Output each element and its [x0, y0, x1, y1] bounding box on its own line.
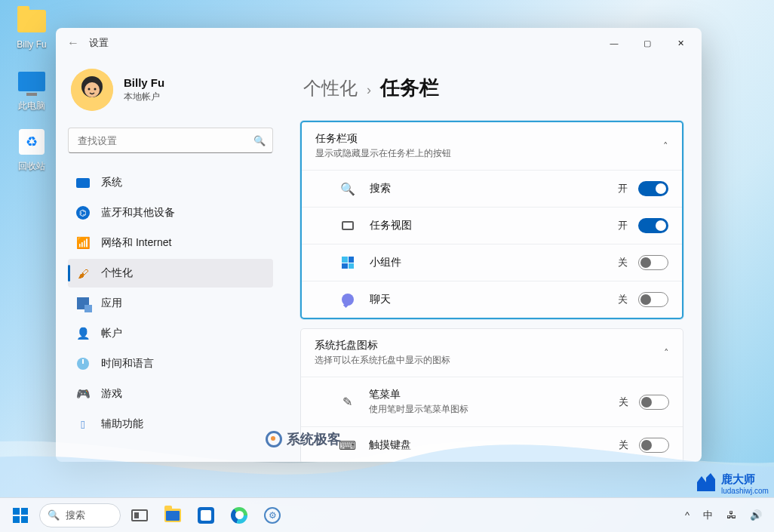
watermark-brand-url: ludashiwj.com [721, 487, 769, 495]
desktop-icon-label: 回收站 [9, 160, 54, 173]
main-content: 个性化 › 任务栏 任务栏项 显示或隐藏显示在任务栏上的按钮 ˄ 🔍 搜索 开 [282, 58, 702, 462]
toggle-search[interactable] [638, 181, 668, 196]
nav-label: 蓝牙和其他设备 [101, 206, 175, 220]
bluetooth-icon: ⌬ [75, 205, 91, 220]
setting-label: 聊天 [370, 293, 391, 306]
nav-label: 个性化 [101, 266, 133, 280]
minimize-button[interactable]: — [597, 31, 631, 55]
system-icon [75, 175, 91, 190]
svg-point-4 [94, 88, 97, 91]
titlebar: ← 设置 — ▢ ✕ [56, 28, 702, 58]
taskbar-store[interactable] [192, 503, 220, 528]
section-title: 任务栏项 [315, 132, 451, 146]
taskbar-search-label: 搜索 [66, 509, 85, 522]
profile-subtitle: 本地帐户 [124, 91, 164, 103]
section-title: 系统托盘图标 [315, 339, 450, 352]
watermark-text: 系统极客 [287, 430, 341, 448]
nav-label: 网络和 Internet [101, 236, 171, 250]
svg-point-3 [88, 88, 91, 91]
toggle-touch-keyboard[interactable] [639, 438, 669, 453]
nav-personalization[interactable]: 🖌个性化 [68, 259, 273, 288]
toggle-state-label: 关 [619, 395, 628, 409]
nav-network[interactable]: 📶网络和 Internet [68, 229, 273, 257]
windows-icon [13, 508, 28, 523]
avatar [71, 69, 113, 111]
start-button[interactable] [6, 503, 35, 528]
nav-gaming[interactable]: 🎮游戏 [68, 380, 273, 408]
settings-window: ← 设置 — ▢ ✕ Billy Fu 本地帐户 🔍 系 [56, 28, 702, 462]
taskbar-task-view[interactable] [125, 503, 154, 528]
watermark-icon [266, 431, 282, 447]
toggle-pen-menu[interactable] [639, 395, 669, 410]
setting-touch-keyboard: ⌨ 触摸键盘 关 [301, 426, 683, 462]
taskbar-explorer[interactable] [158, 503, 187, 528]
maximize-button[interactable]: ▢ [631, 31, 664, 55]
breadcrumb-parent[interactable]: 个性化 [303, 76, 358, 100]
chat-icon [339, 294, 356, 306]
nav-apps[interactable]: 应用 [68, 289, 273, 318]
system-tray: ^ 中 🖧 🔊 [682, 506, 774, 525]
folder-icon [164, 509, 181, 522]
store-icon [198, 507, 214, 524]
setting-task-view: 任务视图 开 [302, 207, 682, 244]
desktop-icon-user-folder[interactable]: Billy Fu [9, 6, 54, 50]
setting-label: 任务视图 [370, 219, 412, 232]
toggle-widgets[interactable] [638, 255, 668, 270]
profile[interactable]: Billy Fu 本地帐户 [71, 69, 273, 111]
toggle-state-label: 关 [618, 293, 628, 306]
setting-widgets: 小组件 关 [302, 244, 682, 281]
tray-ime[interactable]: 中 [700, 506, 716, 525]
task-view-icon [339, 221, 356, 230]
tray-overflow[interactable]: ^ [682, 506, 693, 524]
back-button[interactable]: ← [60, 30, 86, 56]
nav-time-language[interactable]: 时间和语言 [68, 349, 273, 378]
widgets-icon [339, 257, 356, 269]
chevron-right-icon: › [367, 82, 371, 98]
tray-volume-icon[interactable]: 🔊 [747, 506, 765, 524]
chevron-up-icon: ˄ [663, 140, 668, 152]
toggle-state-label: 关 [618, 256, 628, 269]
desktop-icon-recycle-bin[interactable]: ♻ 回收站 [9, 127, 54, 173]
nav-system[interactable]: 系统 [68, 168, 273, 197]
nav-label: 游戏 [101, 387, 122, 401]
search-input[interactable] [68, 128, 273, 153]
toggle-task-view[interactable] [638, 218, 668, 233]
section-header[interactable]: 系统托盘图标 选择可以在系统托盘中显示的图标 ˄ [301, 329, 683, 377]
pen-icon: ✎ [339, 395, 355, 409]
wifi-icon: 📶 [75, 235, 91, 251]
section-tray-icons: 系统托盘图标 选择可以在系统托盘中显示的图标 ˄ ✎ 笔菜单 使用笔时显示笔菜单… [300, 328, 683, 462]
toggle-state-label: 开 [618, 182, 628, 195]
clock-icon [75, 356, 91, 371]
close-button[interactable]: ✕ [664, 31, 697, 55]
nav-list: 系统 ⌬蓝牙和其他设备 📶网络和 Internet 🖌个性化 应用 👤帐户 时间… [68, 168, 273, 438]
toggle-chat[interactable] [638, 292, 668, 307]
watermark-brand: 鹿大师 ludashiwj.com [691, 469, 774, 499]
page-title: 任务栏 [380, 75, 439, 101]
tray-network-icon[interactable]: 🖧 [723, 506, 739, 524]
desktop-icon-label: 此电脑 [9, 100, 54, 112]
setting-pen-menu: ✎ 笔菜单 使用笔时显示笔菜单图标 关 [301, 377, 683, 426]
section-header[interactable]: 任务栏项 显示或隐藏显示在任务栏上的按钮 ˄ [302, 122, 682, 170]
accessibility-icon: 𖠋 [75, 417, 91, 432]
chevron-up-icon: ˄ [664, 347, 669, 358]
person-icon: 👤 [75, 326, 91, 341]
nav-label: 应用 [101, 297, 122, 310]
nav-accounts[interactable]: 👤帐户 [68, 319, 273, 348]
setting-label: 触摸键盘 [369, 438, 411, 452]
keyboard-icon: ⌨ [339, 438, 355, 453]
nav-accessibility[interactable]: 𖠋辅助功能 [68, 410, 273, 438]
sidebar: Billy Fu 本地帐户 🔍 系统 ⌬蓝牙和其他设备 📶网络和 Interne… [56, 58, 282, 462]
taskbar-search[interactable]: 🔍 搜索 [39, 503, 121, 527]
desktop-icon-label: Billy Fu [9, 39, 54, 50]
taskbar-settings[interactable]: ⚙ [258, 503, 287, 528]
toggle-state-label: 关 [619, 438, 628, 452]
taskbar-edge[interactable] [225, 503, 253, 528]
section-desc: 选择可以在系统托盘中显示的图标 [315, 354, 450, 367]
recycle-bin-icon: ♻ [17, 127, 47, 157]
nav-bluetooth[interactable]: ⌬蓝牙和其他设备 [68, 198, 273, 227]
app-title: 设置 [89, 36, 109, 50]
desktop-icon-this-pc[interactable]: 此电脑 [9, 66, 54, 112]
nav-label: 系统 [101, 176, 122, 189]
edge-icon [231, 507, 247, 524]
gear-icon: ⚙ [264, 507, 281, 524]
